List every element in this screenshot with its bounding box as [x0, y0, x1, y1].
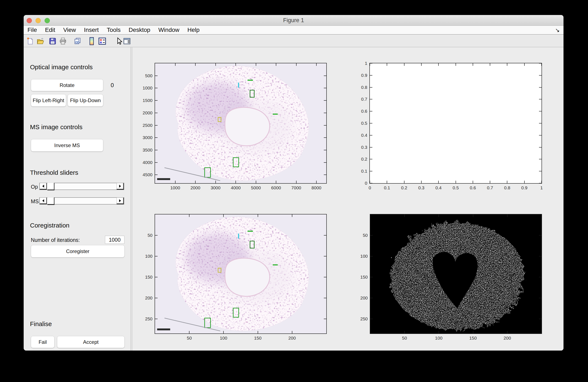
- figure-toolbar: [24, 35, 564, 47]
- y-tick-label: 0.9: [361, 73, 367, 78]
- y-tickmark: [370, 123, 372, 123]
- y-tickmark: [370, 298, 373, 298]
- ms-slider-left-arrow[interactable]: [40, 198, 47, 204]
- ms-controls-heading: MS image controls: [30, 123, 82, 131]
- x-tickmark: [276, 181, 276, 183]
- ms-slider-thumb[interactable]: [47, 197, 55, 205]
- x-tick-label: 50: [187, 336, 192, 341]
- x-tick-label: 50: [402, 336, 407, 341]
- y-tickmark: [370, 171, 372, 171]
- menu-edit[interactable]: Edit: [45, 27, 55, 33]
- y-tickmark: [539, 99, 542, 100]
- iterations-input[interactable]: [105, 236, 125, 244]
- x-tickmark: [276, 63, 276, 66]
- y-tickmark: [155, 88, 158, 88]
- x-tickmark: [456, 181, 456, 183]
- y-tickmark: [370, 135, 372, 136]
- ms-image-axes[interactable]: 5010015020050100150200250: [370, 214, 542, 334]
- flip-up-down-button[interactable]: Flip Up-Down: [68, 94, 103, 107]
- x-tick-label: 0.1: [384, 185, 390, 190]
- y-tickmark: [370, 183, 372, 183]
- op-threshold-slider[interactable]: [39, 183, 124, 190]
- op-slider-thumb[interactable]: [47, 183, 55, 190]
- threshold-sliders-heading: Threshold sliders: [30, 169, 78, 176]
- rotate-button[interactable]: Rotate: [31, 79, 103, 91]
- y-tickmark: [539, 135, 542, 136]
- x-tick-label: 6000: [271, 185, 281, 190]
- x-tick-label: 0.7: [487, 185, 493, 190]
- title-bar[interactable]: Figure 1: [24, 15, 564, 26]
- print-figure-icon[interactable]: [59, 37, 67, 45]
- menu-help[interactable]: Help: [187, 27, 200, 33]
- menu-insert[interactable]: Insert: [84, 27, 99, 33]
- y-tickmark: [324, 100, 326, 101]
- y-tickmark: [539, 63, 542, 63]
- empty-axes[interactable]: 00.10.20.30.40.50.60.70.80.9100.10.20.30…: [369, 63, 542, 184]
- x-tick-label: 150: [254, 336, 261, 341]
- menu-window[interactable]: Window: [158, 27, 180, 33]
- y-tick-label: 0.2: [361, 157, 367, 162]
- menu-view[interactable]: View: [63, 27, 76, 33]
- y-tick-label: 4000: [143, 160, 152, 165]
- y-tickmark: [324, 162, 326, 163]
- y-tickmark: [155, 298, 158, 298]
- y-tick-label: 200: [360, 296, 368, 301]
- y-tick-label: 0.8: [361, 85, 367, 90]
- y-tickmark: [539, 298, 542, 298]
- x-tick-label: 3000: [210, 185, 220, 190]
- x-tickmark: [316, 181, 316, 183]
- y-tickmark: [370, 63, 372, 63]
- optical-downsampled-axes[interactable]: 5010015020050100150200250: [155, 214, 327, 334]
- flip-left-right-button[interactable]: Flip Left-Right: [31, 94, 66, 107]
- menu-desktop[interactable]: Desktop: [129, 27, 150, 33]
- insert-legend-icon[interactable]: [98, 37, 106, 45]
- open-file-icon[interactable]: [36, 37, 44, 45]
- optical-image-axes[interactable]: 1000200030004000500060007000800050010001…: [155, 63, 327, 184]
- y-tickmark: [155, 100, 158, 101]
- save-figure-icon[interactable]: [49, 37, 57, 45]
- x-tickmark: [189, 214, 189, 217]
- edit-plot-icon[interactable]: [115, 37, 123, 45]
- insert-colorbar-icon[interactable]: [89, 37, 94, 45]
- fail-button[interactable]: Fail: [31, 336, 55, 348]
- ms-slider-right-arrow[interactable]: [117, 198, 124, 204]
- y-tickmark: [539, 256, 542, 256]
- link-plot-icon[interactable]: [74, 37, 82, 45]
- y-tickmark: [324, 150, 326, 150]
- y-tickmark: [370, 159, 372, 159]
- x-tickmark: [223, 331, 224, 333]
- plot-browser-icon[interactable]: [123, 37, 131, 45]
- y-tickmark: [539, 159, 542, 159]
- y-tick-label: 100: [145, 254, 152, 259]
- x-tick-label: 0.5: [453, 185, 459, 190]
- y-tick-label: 0.3: [361, 145, 367, 150]
- y-tickmark: [370, 235, 373, 236]
- x-tickmark: [438, 181, 439, 183]
- accept-button[interactable]: Accept: [57, 336, 125, 348]
- menu-file[interactable]: File: [27, 27, 37, 33]
- new-figure-icon[interactable]: [26, 37, 34, 45]
- x-tick-label: 7000: [291, 185, 301, 190]
- inverse-ms-button[interactable]: Inverse MS: [31, 139, 103, 152]
- x-tick-label: 8000: [312, 185, 321, 190]
- op-slider-left-arrow[interactable]: [40, 183, 47, 190]
- y-tickmark: [324, 256, 326, 256]
- menu-overflow-icon[interactable]: ↘: [555, 27, 560, 34]
- x-tickmark: [296, 181, 296, 183]
- op-slider-right-arrow[interactable]: [117, 183, 124, 190]
- x-tickmark: [473, 214, 473, 217]
- menu-tools[interactable]: Tools: [107, 27, 121, 33]
- x-tickmark: [439, 214, 439, 217]
- x-tickmark: [404, 181, 404, 183]
- x-tick-label: 0.8: [504, 185, 510, 190]
- x-tickmark: [258, 214, 258, 217]
- y-tickmark: [370, 111, 372, 111]
- coregister-button[interactable]: Coregister: [31, 245, 125, 258]
- y-tickmark: [155, 125, 158, 126]
- x-tickmark: [387, 181, 387, 183]
- y-tickmark: [539, 75, 542, 76]
- y-tickmark: [370, 277, 373, 277]
- ms-threshold-slider[interactable]: [39, 197, 124, 204]
- y-tickmark: [155, 256, 158, 256]
- x-tick-label: 100: [435, 336, 442, 341]
